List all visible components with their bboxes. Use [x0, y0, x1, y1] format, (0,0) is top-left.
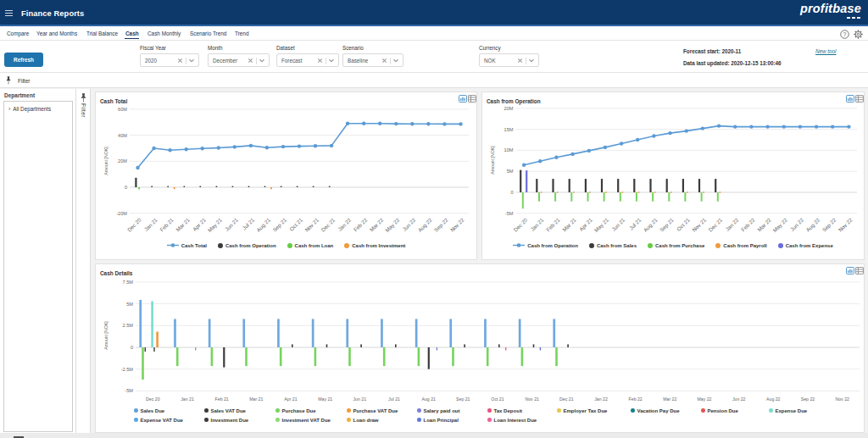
svg-text:Jun 22: Jun 22 [789, 216, 805, 232]
svg-text:Aug 21: Aug 21 [643, 216, 659, 233]
svg-text:May 21: May 21 [318, 396, 332, 402]
svg-text:May 21: May 21 [593, 216, 611, 234]
svg-text:Mar 22: Mar 22 [663, 396, 676, 402]
svg-text:60M: 60M [118, 107, 127, 112]
svg-text:Jun 22: Jun 22 [401, 216, 417, 232]
svg-text:Mar 21: Mar 21 [561, 216, 577, 232]
svg-text:May 22: May 22 [771, 216, 789, 234]
svg-text:40M: 40M [118, 133, 127, 138]
svg-text:20M: 20M [504, 106, 514, 111]
svg-text:Amount [NOK]: Amount [NOK] [103, 147, 108, 175]
svg-text:5M: 5M [126, 302, 133, 307]
svg-text:Jul 21: Jul 21 [388, 396, 400, 402]
svg-text:May 22: May 22 [697, 396, 711, 402]
svg-text:-5M: -5M [505, 211, 514, 216]
svg-text:10M: 10M [504, 147, 514, 152]
svg-text:?: ? [843, 30, 847, 36]
svg-text:Nov 21: Nov 21 [691, 216, 707, 232]
svg-text:Aug 21: Aug 21 [255, 216, 272, 233]
svg-text:Feb 22: Feb 22 [740, 216, 756, 232]
svg-text:Dec 21: Dec 21 [707, 216, 723, 232]
svg-text:20M: 20M [118, 158, 127, 164]
svg-text:Sep 22: Sep 22 [801, 396, 815, 402]
svg-text:Dec 20: Dec 20 [512, 216, 528, 232]
svg-text:0: 0 [510, 190, 513, 195]
svg-text:0: 0 [125, 185, 127, 190]
svg-text:Nov 22: Nov 22 [835, 396, 849, 402]
svg-text:Dec 20: Dec 20 [146, 396, 160, 402]
svg-text:Apr 21: Apr 21 [284, 396, 297, 402]
svg-text:Feb 21: Feb 21 [545, 216, 561, 232]
svg-text:Apr 21: Apr 21 [578, 216, 594, 232]
svg-text:Feb 22: Feb 22 [353, 216, 369, 232]
svg-text:Mar 21: Mar 21 [249, 396, 263, 402]
svg-text:Apr 21: Apr 21 [192, 216, 208, 232]
svg-text:Aug 22: Aug 22 [804, 216, 821, 233]
svg-text:Nov 21: Nov 21 [303, 216, 320, 232]
svg-text:Jan 21: Jan 21 [529, 216, 545, 232]
svg-text:Sep 21: Sep 21 [659, 216, 676, 233]
svg-text:Jan 21: Jan 21 [142, 216, 159, 232]
svg-text:Sep 21: Sep 21 [271, 216, 288, 233]
svg-text:Sep 21: Sep 21 [456, 396, 470, 402]
svg-text:Feb 21: Feb 21 [215, 396, 229, 402]
svg-text:Jun 21: Jun 21 [610, 216, 626, 232]
svg-text:2.5M: 2.5M [123, 323, 134, 328]
svg-text:7.5M: 7.5M [123, 280, 134, 285]
svg-text:Jan 22: Jan 22 [594, 396, 608, 402]
svg-text:Mar 22: Mar 22 [369, 216, 385, 232]
svg-text:Jan 21: Jan 21 [181, 396, 194, 402]
svg-text:-2.5M: -2.5M [121, 367, 134, 372]
svg-text:Mar 21: Mar 21 [175, 216, 191, 232]
svg-text:Feb 21: Feb 21 [159, 216, 175, 232]
svg-text:Jul 21: Jul 21 [241, 216, 255, 230]
svg-text:Dec 20: Dec 20 [126, 216, 142, 232]
svg-text:Mar 22: Mar 22 [756, 216, 772, 232]
svg-text:Aug 22: Aug 22 [417, 216, 434, 233]
svg-text:Oct 21: Oct 21 [288, 216, 303, 231]
svg-text:Jun 21: Jun 21 [224, 216, 240, 232]
svg-text:Dec 21: Dec 21 [559, 396, 574, 402]
svg-text:5M: 5M [507, 169, 514, 174]
svg-text:Aug 22: Aug 22 [766, 396, 781, 402]
svg-text:Jun 21: Jun 21 [353, 396, 367, 402]
svg-text:Nov 22: Nov 22 [837, 216, 854, 232]
svg-text:Jul 21: Jul 21 [628, 216, 643, 230]
svg-text:Dec 21: Dec 21 [320, 216, 336, 232]
svg-text:May 22: May 22 [384, 216, 402, 234]
svg-text:15M: 15M [504, 127, 514, 132]
svg-text:Amount [NOK]: Amount [NOK] [103, 321, 108, 350]
svg-text:-20M: -20M [116, 211, 127, 216]
svg-text:0: 0 [131, 345, 133, 350]
svg-text:Sep 22: Sep 22 [821, 216, 837, 233]
svg-text:Jan 22: Jan 22 [337, 216, 353, 232]
svg-text:Amount [NOK]: Amount [NOK] [490, 146, 495, 175]
svg-text:Sep 22: Sep 22 [433, 216, 450, 233]
svg-text:Oct 21: Oct 21 [491, 396, 504, 402]
svg-text:Feb 22: Feb 22 [629, 396, 643, 402]
svg-text:Nov 21: Nov 21 [525, 396, 539, 402]
svg-text:-5M: -5M [125, 388, 133, 393]
svg-text:Aug 21: Aug 21 [421, 396, 436, 402]
svg-text:May 21: May 21 [206, 216, 224, 234]
svg-text:Jun 22: Jun 22 [732, 396, 746, 402]
svg-text:Nov 22: Nov 22 [449, 216, 465, 232]
svg-text:Jan 22: Jan 22 [724, 216, 740, 232]
svg-text:Oct 21: Oct 21 [676, 216, 691, 231]
